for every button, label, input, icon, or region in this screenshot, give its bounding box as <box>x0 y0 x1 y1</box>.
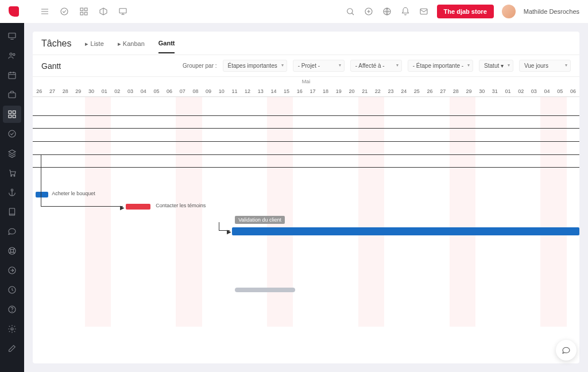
filters-row: Gantt Grouper par : Étapes importantes -… <box>33 55 579 77</box>
side-users-icon[interactable] <box>3 47 21 64</box>
svg-point-21 <box>14 175 15 176</box>
svg-rect-16 <box>13 111 16 114</box>
tabs-row: Tâches ▸ Liste ▸ Kanban Gantt <box>33 32 579 55</box>
svg-point-30 <box>11 328 13 330</box>
day-cell: 26 <box>33 86 46 96</box>
side-briefcase-icon[interactable] <box>3 86 21 103</box>
day-cell: 27 <box>436 86 450 96</box>
day-cell: 09 <box>202 86 215 96</box>
svg-rect-5 <box>119 9 126 13</box>
arrow-icon: ▶ <box>120 204 125 211</box>
row-line <box>33 167 579 168</box>
day-cell: 12 <box>241 86 254 96</box>
side-login-icon[interactable] <box>3 262 21 279</box>
day-cell: 08 <box>189 86 202 96</box>
task-bar-long[interactable] <box>232 227 579 235</box>
dd-milestones[interactable]: Étapes importantes <box>223 60 287 72</box>
timeline-col <box>345 97 358 327</box>
timeline-col <box>176 97 189 327</box>
side-anchor-icon[interactable] <box>3 184 21 201</box>
mail-icon[interactable] <box>419 6 429 17</box>
dd-view[interactable]: Vue jours <box>519 60 571 72</box>
month-header: Mai <box>33 77 579 86</box>
monitor-icon[interactable] <box>118 6 128 17</box>
day-cell: 05 <box>150 86 163 96</box>
tab-liste[interactable]: ▸ Liste <box>85 40 103 53</box>
side-edit-icon[interactable] <box>3 340 21 357</box>
side-monitor-icon[interactable] <box>3 28 21 45</box>
row-line <box>33 141 579 142</box>
timeline-col <box>462 97 475 327</box>
chart-body[interactable]: Acheter le bouquet ▶ Contacter les témoi… <box>33 97 579 327</box>
search-icon[interactable] <box>345 6 355 17</box>
timeline-col <box>267 97 280 327</box>
app-logo[interactable] <box>9 6 19 17</box>
gantt-label: Gantt <box>41 61 61 71</box>
side-gear-icon[interactable] <box>3 320 21 338</box>
store-button[interactable]: The djab store <box>437 5 494 18</box>
svg-point-0 <box>61 8 68 15</box>
grid-icon[interactable] <box>79 6 89 17</box>
dd-milestone[interactable]: - Étape importante - <box>408 60 473 72</box>
tab-gantt[interactable]: Gantt <box>158 40 175 53</box>
check-circle-icon[interactable] <box>59 6 69 17</box>
dd-assignee[interactable]: - Affecté à - <box>350 60 402 72</box>
side-cart-icon[interactable] <box>3 164 21 181</box>
day-cell: 04 <box>540 86 554 96</box>
task-bar-bouquet[interactable] <box>36 192 48 197</box>
side-lifebuoy-icon[interactable] <box>3 242 21 259</box>
timeline-col <box>228 97 241 327</box>
group-by-label: Grouper par : <box>183 63 216 69</box>
dd-project[interactable]: - Projet - <box>293 60 345 72</box>
timeline-col <box>384 97 397 327</box>
globe-icon[interactable] <box>382 6 392 17</box>
dd-status[interactable]: Statut ▾ <box>479 60 513 72</box>
row-line <box>33 115 579 116</box>
topbar-right: The djab store Mathilde Desroches <box>345 5 579 18</box>
side-clock-icon[interactable] <box>3 281 21 299</box>
svg-rect-9 <box>420 9 427 14</box>
day-cell: 27 <box>46 86 59 96</box>
bell-icon[interactable] <box>400 6 411 17</box>
side-chat-icon[interactable] <box>3 223 21 240</box>
side-check-icon[interactable] <box>3 125 21 142</box>
tab-kanban[interactable]: ▸ Kanban <box>118 40 145 53</box>
day-cell: 10 <box>215 86 228 96</box>
day-cell: 04 <box>137 86 150 96</box>
side-book-icon[interactable] <box>3 203 21 220</box>
timeline-col <box>280 97 293 327</box>
day-cell: 18 <box>319 86 332 96</box>
day-cell: 14 <box>267 86 280 96</box>
svg-rect-1 <box>80 8 83 11</box>
day-cell: 31 <box>489 86 502 96</box>
avatar[interactable] <box>502 5 516 18</box>
timeline-col <box>124 97 137 327</box>
plus-circle-icon[interactable] <box>363 6 374 17</box>
chat-fab[interactable] <box>556 340 577 361</box>
scrollbar-thumb[interactable] <box>235 288 295 292</box>
timeline-col <box>111 97 124 327</box>
timeline-col <box>528 97 541 327</box>
svg-rect-2 <box>84 8 87 11</box>
side-layers-icon[interactable] <box>3 145 21 162</box>
svg-rect-3 <box>80 12 83 15</box>
svg-point-29 <box>12 311 13 312</box>
svg-point-12 <box>13 53 15 55</box>
timeline-col <box>332 97 345 327</box>
timeline-col <box>423 97 436 327</box>
svg-point-11 <box>10 53 12 55</box>
package-icon[interactable] <box>98 6 109 17</box>
side-grid-icon[interactable] <box>3 106 21 123</box>
timeline-col <box>450 97 463 327</box>
task-bar-temoins[interactable] <box>126 204 150 210</box>
day-cell: 17 <box>306 86 319 96</box>
milestone-validation[interactable]: Validation du client <box>235 216 285 224</box>
timeline-col <box>150 97 163 327</box>
timeline-col <box>306 97 319 327</box>
timeline-col <box>540 97 554 327</box>
svg-rect-10 <box>9 33 16 38</box>
timeline-columns <box>33 97 579 327</box>
side-calendar-icon[interactable] <box>3 67 21 84</box>
side-help-icon[interactable] <box>3 301 21 318</box>
menu-icon[interactable] <box>40 6 50 17</box>
